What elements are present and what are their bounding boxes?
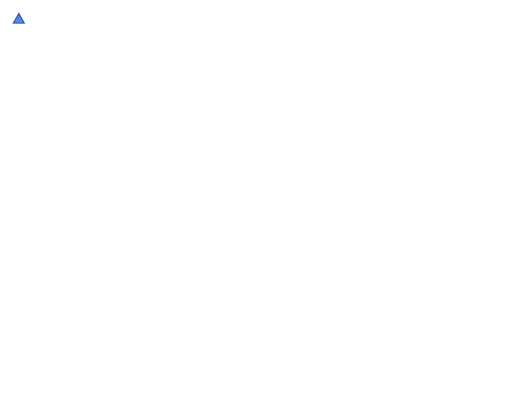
page-header [11,11,521,27]
logo-icon [11,11,27,27]
logo [11,11,30,27]
